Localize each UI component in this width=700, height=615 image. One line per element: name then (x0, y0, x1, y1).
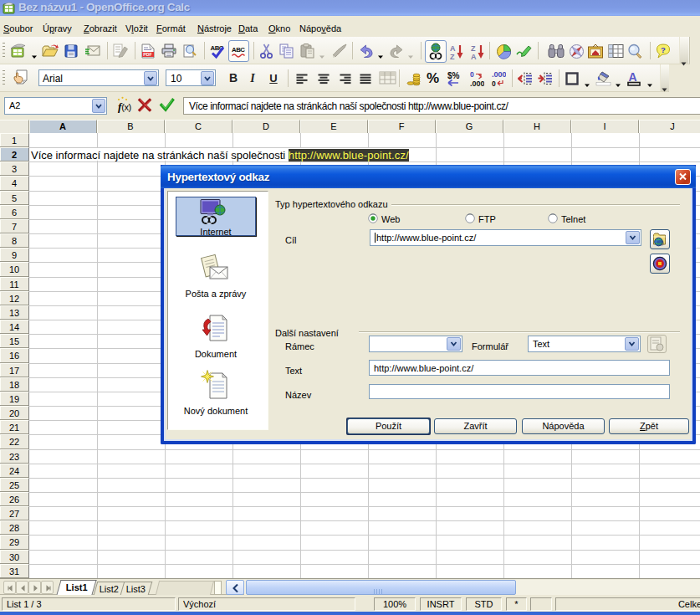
svg-text:.000: .000 (470, 79, 484, 88)
svg-text:.000: .000 (492, 70, 506, 79)
svg-text:ABC: ABC (232, 46, 245, 54)
svg-text:$%: $% (447, 71, 460, 80)
svg-text:A: A (629, 70, 637, 84)
svg-text:?: ? (661, 45, 666, 54)
svg-text:0: 0 (492, 79, 496, 88)
svg-text:Z: Z (471, 44, 476, 53)
svg-text:0: 0 (470, 70, 474, 79)
svg-text:A: A (450, 44, 456, 53)
svg-text:Z: Z (450, 53, 455, 60)
svg-text:A: A (471, 53, 477, 60)
svg-text:PDF: PDF (143, 52, 151, 57)
